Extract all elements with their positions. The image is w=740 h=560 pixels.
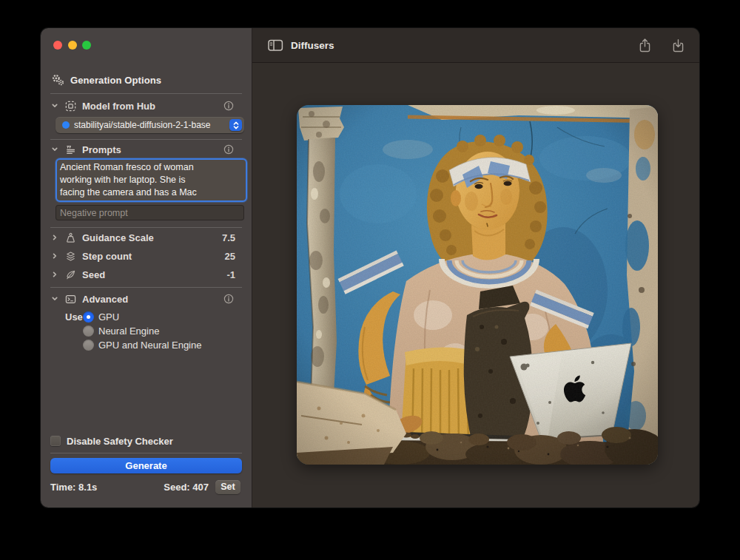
chevron-down-icon[interactable] xyxy=(50,102,59,109)
disable-safety-checker-row[interactable]: Disable Safety Checker xyxy=(50,435,173,447)
select-stepper-icon[interactable] xyxy=(229,119,242,131)
step-count-label: Step count xyxy=(82,251,132,262)
share-icon[interactable] xyxy=(638,38,652,53)
divider xyxy=(50,287,242,288)
time-status: Time: 8.1s xyxy=(50,482,97,493)
prompts-section-label: Prompts xyxy=(82,144,121,155)
generated-image[interactable] xyxy=(297,105,658,465)
radio-gpu-label: GPU xyxy=(98,311,119,323)
model-select-value: stabilityai/stable-diffusion-2-1-base xyxy=(74,120,229,130)
info-icon[interactable] xyxy=(223,294,234,304)
save-download-icon[interactable] xyxy=(671,38,685,53)
info-icon[interactable] xyxy=(223,101,234,111)
toolbar: Diffusers xyxy=(252,28,699,63)
seed-label: Seed xyxy=(82,269,105,280)
step-count-row[interactable]: Step count xyxy=(50,249,132,263)
model-section-header[interactable]: Model from Hub xyxy=(50,99,155,112)
model-box-icon xyxy=(63,101,78,112)
generate-button[interactable]: Generate xyxy=(50,458,242,473)
prompt-input[interactable]: Ancient Roman fresco of woman working wi… xyxy=(56,158,247,202)
app-window: Generation Options Model from Hub stabil… xyxy=(41,28,699,507)
chevron-down-icon[interactable] xyxy=(50,146,59,153)
divider xyxy=(50,93,242,94)
terminal-icon xyxy=(63,294,78,305)
radio-gpu[interactable]: GPU xyxy=(83,311,119,323)
window-title: Diffusers xyxy=(291,40,334,51)
radio-button[interactable] xyxy=(83,340,94,351)
minimize-window-button[interactable] xyxy=(68,41,77,50)
model-select[interactable]: stabilityai/stable-diffusion-2-1-base xyxy=(56,117,244,133)
radio-gpu-and-neural-engine[interactable]: GPU and Neural Engine xyxy=(83,339,201,351)
sidebar: Generation Options Model from Hub stabil… xyxy=(41,28,252,507)
scale-weight-icon xyxy=(63,232,78,243)
divider xyxy=(50,139,242,140)
guidance-scale-label: Guidance Scale xyxy=(82,232,154,243)
use-label: Use xyxy=(65,311,83,323)
sidebar-title: Generation Options xyxy=(70,75,161,86)
main-area: Diffusers xyxy=(252,28,699,507)
seed-value: -1 xyxy=(226,269,235,280)
radio-button-selected[interactable] xyxy=(83,311,94,323)
model-section-label: Model from Hub xyxy=(82,101,155,112)
info-icon[interactable] xyxy=(223,144,234,155)
chevron-right-icon[interactable] xyxy=(50,252,59,260)
negative-prompt-input[interactable] xyxy=(56,205,244,220)
radio-button[interactable] xyxy=(83,325,94,337)
layers-stack-icon xyxy=(63,251,78,262)
text-quote-icon xyxy=(63,144,78,155)
prompts-section-header[interactable]: Prompts xyxy=(50,143,121,156)
zoom-window-button[interactable] xyxy=(82,41,91,50)
generation-options-header: Generation Options xyxy=(51,73,161,87)
guidance-scale-row[interactable]: Guidance Scale xyxy=(50,231,154,244)
step-count-value: 25 xyxy=(225,251,235,262)
advanced-section-header[interactable]: Advanced xyxy=(50,292,128,306)
safety-checkbox[interactable] xyxy=(50,436,61,446)
radio-neural-engine[interactable]: Neural Engine xyxy=(83,325,159,337)
leaf-icon xyxy=(63,269,78,280)
divider xyxy=(50,453,242,453)
status-bar: Time: 8.1s Seed: 407 Set xyxy=(50,479,240,494)
radio-gpu-and-neural-engine-label: GPU and Neural Engine xyxy=(98,340,201,351)
close-window-button[interactable] xyxy=(53,41,62,50)
seed-row[interactable]: Seed xyxy=(50,268,105,281)
model-status-dot xyxy=(62,121,70,129)
guidance-scale-value: 7.5 xyxy=(222,232,235,243)
sidebar-toggle-icon[interactable] xyxy=(268,39,283,52)
advanced-section-label: Advanced xyxy=(82,294,128,305)
radio-neural-engine-label: Neural Engine xyxy=(98,325,159,337)
chevron-right-icon[interactable] xyxy=(50,234,59,241)
chevron-down-icon[interactable] xyxy=(50,295,59,303)
divider xyxy=(50,227,242,228)
gears-icon xyxy=(51,73,65,87)
chevron-right-icon[interactable] xyxy=(50,271,59,278)
set-seed-button[interactable]: Set xyxy=(215,480,240,494)
safety-checkbox-label: Disable Safety Checker xyxy=(67,436,173,447)
seed-status: Seed: 407 xyxy=(164,482,209,493)
